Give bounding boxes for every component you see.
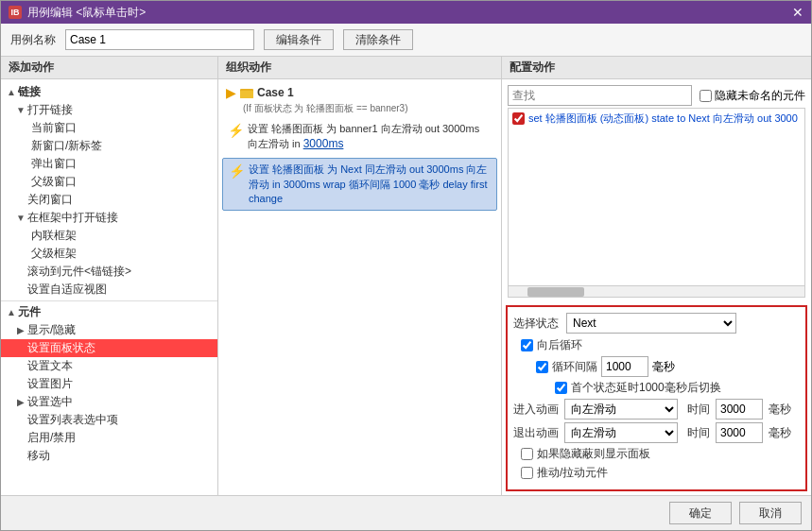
exit-time-input[interactable] (716, 422, 763, 443)
action-row-1[interactable]: set 轮播图面板 (动态面板) state to Next 向左滑动 out … (509, 109, 804, 128)
hide-if-checkbox[interactable] (521, 448, 533, 460)
exit-anim-select[interactable]: 向左滑动 向右滑动 向上滑动 向下滑动 淡入淡出 (564, 422, 678, 443)
action-table: set 轮播图面板 (动态面板) state to Next 向左滑动 out … (508, 108, 805, 298)
loop-interval-label: 循环间隔 (552, 359, 597, 375)
hide-if-row: 如果隐藏蔽则显示面板 (513, 446, 800, 462)
first-delay-checkbox[interactable] (555, 382, 567, 394)
case-header: ▶ Case 1 (222, 83, 497, 102)
enter-time-input[interactable] (716, 399, 763, 420)
action-item-1[interactable]: ⚡ 设置 轮播图面板 为 banner1 向左滑动 out 3000ms 向左滑… (222, 118, 497, 156)
window-title: 用例编辑 <鼠标单击时> (27, 5, 146, 21)
set-selected-label: 设置选中 (27, 394, 73, 410)
svg-rect-1 (240, 91, 253, 98)
sidebar-item-new-window[interactable]: 新窗口/新标签 (1, 137, 217, 155)
cancel-button[interactable]: 取消 (739, 502, 802, 524)
sidebar-item-link-group[interactable]: ▲ 链接 (1, 83, 217, 101)
sidebar-item-adaptive-view[interactable]: 设置自适应视图 (1, 281, 217, 299)
sidebar-item-parent-frame[interactable]: 父级框架 (1, 245, 217, 263)
push-pull-checkbox[interactable] (521, 467, 533, 479)
title-bar: IB 用例编辑 <鼠标单击时> ✕ (1, 1, 811, 24)
enter-anim-row: 进入动画 向左滑动 向右滑动 向上滑动 向下滑动 淡入淡出 时间 毫秒 (513, 399, 800, 420)
adaptive-view-label: 设置自适应视图 (27, 282, 107, 298)
action-item-2[interactable]: ⚡ 设置 轮播图面板 为 Next 同左滑动 out 3000ms 向左滑动 i… (222, 158, 497, 211)
action-checkbox-1[interactable] (512, 112, 525, 125)
sidebar-item-set-text[interactable]: 设置文本 (1, 357, 217, 375)
h-scrollbar[interactable] (509, 285, 804, 297)
sidebar-item-popup-window[interactable]: 弹出窗口 (1, 155, 217, 173)
sidebar-item-set-selected[interactable]: ▶ 设置选中 (1, 393, 217, 411)
h-scrollbar-thumb[interactable] (527, 287, 584, 297)
bottom-bar: 确定 取消 (1, 495, 811, 530)
sidebar-item-set-image[interactable]: 设置图片 (1, 375, 217, 393)
case-folder-icon (240, 86, 253, 99)
sidebar-item-scroll-to[interactable]: 滚动到元件<锚链接> (1, 263, 217, 281)
case-name-input[interactable] (65, 29, 254, 50)
edit-condition-button[interactable]: 编辑条件 (264, 29, 334, 50)
hide-unnamed-checkbox[interactable] (700, 90, 712, 102)
hide-unnamed-checkbox-row: 隐藏未命名的元件 (700, 88, 805, 104)
state-select-row: 选择状态 Next Previous First Last (513, 313, 800, 334)
action-row-text-1: set 轮播图面板 (动态面板) state to Next 向左滑动 out … (528, 111, 798, 126)
left-panel-header: 添加动作 (1, 57, 217, 79)
loop-back-row: 向后循环 (513, 337, 800, 353)
set-list-item-label: 设置列表表选中项 (27, 412, 118, 428)
middle-panel-header: 组织动作 (218, 57, 501, 79)
loop-interval-input[interactable] (601, 356, 648, 377)
loop-interval-checkbox[interactable] (536, 361, 548, 373)
ms-label-1: 毫秒 (652, 359, 675, 375)
sidebar-item-move[interactable]: 移动 (1, 447, 217, 465)
new-window-label: 新窗口/新标签 (31, 138, 102, 154)
push-pull-label: 推动/拉动元件 (537, 465, 608, 481)
sidebar-item-inline-frame[interactable]: 内联框架 (1, 227, 217, 245)
link-group-label: 链接 (18, 84, 41, 100)
action-text-1: 设置 轮播图面板 为 banner1 向左滑动 out 3000ms 向左滑动 … (248, 122, 492, 152)
sidebar-item-set-panel-state[interactable]: 设置面板状态 (1, 339, 217, 357)
hide-if-label: 如果隐藏蔽则显示面板 (537, 446, 650, 462)
right-panel-header: 配置动作 (502, 57, 811, 79)
enter-time-label: 时间 (687, 402, 710, 418)
ms-label-2: 毫秒 (769, 402, 791, 418)
close-icon[interactable]: ✕ (792, 5, 803, 20)
sidebar-item-parent-window[interactable]: 父级窗口 (1, 173, 217, 191)
sidebar-item-open-link[interactable]: ▼ 打开链接 (1, 101, 217, 119)
loop-back-checkbox[interactable] (521, 339, 533, 351)
middle-panel: 组织动作 ▶ Case 1 (If 面板状态 为 轮播图面板 == banner… (218, 57, 502, 495)
set-panel-state-label: 设置面板状态 (27, 340, 95, 356)
filter-row: 隐藏未命名的元件 (508, 85, 805, 106)
sidebar-item-current-window[interactable]: 当前窗口 (1, 119, 217, 137)
case-tree-icon: ▶ (226, 85, 236, 100)
exit-anim-label: 退出动画 (513, 425, 559, 441)
set-text-label: 设置文本 (27, 358, 73, 374)
sidebar-item-set-list-item[interactable]: 设置列表表选中项 (1, 411, 217, 429)
clear-condition-button[interactable]: 清除条件 (343, 29, 413, 50)
state-select[interactable]: Next Previous First Last (566, 313, 736, 334)
state-label: 选择状态 (513, 316, 559, 332)
main-content: 添加动作 ▲ 链接 ▼ 打开链接 当前窗口 (1, 57, 811, 495)
parent-frame-label: 父级框架 (31, 246, 77, 262)
open-link-label: 打开链接 (27, 102, 73, 118)
chevron-selected-icon: ▶ (14, 397, 27, 407)
chevron-elements-icon: ▲ (5, 307, 18, 317)
app-icon: IB (9, 6, 22, 19)
set-image-label: 设置图片 (27, 376, 73, 392)
show-hide-label: 显示/隐藏 (27, 322, 76, 338)
sidebar-item-show-hide[interactable]: ▶ 显示/隐藏 (1, 321, 217, 339)
chevron-frame-icon: ▼ (14, 213, 27, 223)
action-table-scroll[interactable]: set 轮播图面板 (动态面板) state to Next 向左滑动 out … (509, 109, 804, 285)
sidebar-item-close-window[interactable]: 关闭窗口 (1, 191, 217, 209)
close-window-label: 关闭窗口 (27, 192, 73, 208)
inline-frame-label: 内联框架 (31, 228, 77, 244)
parent-window-label: 父级窗口 (31, 174, 77, 190)
enter-anim-select[interactable]: 向左滑动 向右滑动 向上滑动 向下滑动 淡入淡出 (564, 399, 678, 420)
first-delay-row: 首个状态延时1000毫秒后切换 (513, 380, 800, 396)
sidebar-item-elements-group[interactable]: ▲ 元件 (1, 303, 217, 321)
sidebar-item-open-in-frame[interactable]: ▼ 在框架中打开链接 (1, 209, 217, 227)
current-window-label: 当前窗口 (31, 120, 77, 136)
case-condition: (If 面板状态 为 轮播图面板 == banner3) (222, 102, 497, 118)
sidebar-item-enable-disable[interactable]: 启用/禁用 (1, 429, 217, 447)
ok-button[interactable]: 确定 (669, 502, 732, 524)
filter-input[interactable] (508, 85, 692, 106)
right-panel: 配置动作 隐藏未命名的元件 (502, 57, 811, 495)
first-delay-label: 首个状态延时1000毫秒后切换 (571, 380, 721, 396)
loop-interval-row: 循环间隔 毫秒 (513, 356, 800, 377)
